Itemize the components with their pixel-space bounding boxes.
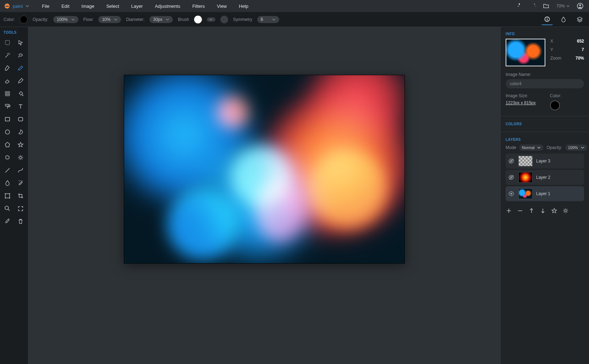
tool-select-rect[interactable]: [2, 37, 13, 48]
svg-point-23: [5, 206, 9, 210]
star-icon: [17, 142, 24, 148]
canvas[interactable]: [124, 75, 404, 263]
svg-rect-14: [5, 117, 10, 121]
tool-smudge[interactable]: [15, 178, 26, 188]
tool-magic-wand[interactable]: [2, 50, 13, 61]
trash-icon: [17, 218, 24, 225]
gear-icon: [17, 154, 24, 161]
flow-dropdown[interactable]: 10%: [98, 16, 121, 23]
menu-filters[interactable]: Filters: [187, 2, 210, 10]
diameter-value: 30px: [153, 17, 162, 22]
move-icon: [17, 39, 24, 46]
tool-crop[interactable]: [15, 191, 26, 201]
menu-edit[interactable]: Edit: [56, 2, 74, 10]
redo-button[interactable]: [528, 1, 539, 11]
menu-select[interactable]: Select: [101, 2, 124, 10]
tool-rounded-rect[interactable]: [15, 114, 26, 125]
colors-section-title[interactable]: COLORS: [506, 122, 584, 126]
brush-icon: [17, 65, 24, 71]
layer-favorite-button[interactable]: [551, 208, 557, 214]
tool-blur[interactable]: [2, 178, 13, 188]
account-button[interactable]: [575, 1, 585, 11]
blend-mode-dropdown[interactable]: Normal: [519, 144, 544, 151]
zoom-dropdown[interactable]: 70%: [554, 3, 573, 9]
curve-icon: [17, 167, 24, 173]
current-color-swatch[interactable]: [550, 100, 560, 110]
tool-move[interactable]: [15, 37, 26, 48]
tool-pen[interactable]: [2, 63, 13, 73]
tool-ellipse[interactable]: [2, 127, 13, 137]
app-dropdown-button[interactable]: [26, 5, 29, 7]
tool-star[interactable]: [15, 139, 26, 150]
info-zoom-label: Zoom: [550, 56, 576, 61]
layer-delete-button[interactable]: [517, 208, 523, 214]
chevron-down-icon: [566, 5, 570, 7]
blend-mode-value: Normal: [522, 145, 534, 150]
tool-curve[interactable]: [15, 165, 26, 176]
layer-row[interactable]: Layer 3: [506, 154, 584, 169]
tool-pencil[interactable]: [15, 76, 26, 86]
menu-layer[interactable]: Layer: [126, 2, 148, 10]
layer-visibility-toggle[interactable]: [508, 158, 515, 164]
svg-point-17: [20, 156, 22, 159]
image-name-label: Image Name:: [506, 72, 584, 77]
layer-opacity-value: 100%: [568, 145, 578, 150]
panel-color-tab[interactable]: [558, 14, 569, 25]
polygon-icon: [4, 142, 11, 148]
layer-row[interactable]: Layer 2: [506, 170, 584, 185]
tool-rect-shape[interactable]: [2, 114, 13, 125]
undo-button[interactable]: [515, 1, 526, 11]
tool-eraser[interactable]: [2, 76, 13, 86]
layer-visibility-toggle[interactable]: [508, 191, 515, 197]
diameter-dropdown[interactable]: 30px: [149, 16, 173, 23]
layer-add-button[interactable]: [506, 208, 512, 214]
menu-adjustments[interactable]: Adjustments: [150, 2, 185, 10]
chevron-down-icon: [71, 18, 75, 21]
layer-settings-button[interactable]: [562, 208, 569, 214]
layer-move-down-button[interactable]: [540, 208, 546, 214]
svg-rect-12: [5, 92, 10, 96]
brush-dropdown[interactable]: [207, 17, 215, 22]
menu-file[interactable]: File: [37, 2, 54, 10]
tool-pie[interactable]: [15, 127, 26, 137]
chevron-down-icon: [209, 18, 213, 21]
canvas-stage[interactable]: [28, 27, 500, 364]
tool-polygon[interactable]: [2, 139, 13, 150]
layer-visibility-toggle[interactable]: [508, 175, 515, 180]
open-button[interactable]: [541, 1, 551, 11]
tool-trash[interactable]: [15, 216, 26, 227]
image-name-input[interactable]: [506, 79, 584, 88]
panel-layers-tab[interactable]: [574, 14, 585, 25]
tool-paint-roller[interactable]: [2, 101, 13, 112]
tool-eyedropper[interactable]: [2, 216, 13, 227]
tool-lasso[interactable]: [15, 50, 26, 61]
menu-view[interactable]: View: [212, 2, 232, 10]
symmetry-dropdown[interactable]: 6: [257, 16, 279, 23]
symmetry-preview-icon: [220, 16, 228, 23]
menu-help[interactable]: Help: [234, 2, 253, 10]
panel-info-tab[interactable]: [541, 14, 553, 25]
tool-gear[interactable]: [15, 152, 26, 163]
image-size-link[interactable]: 1223px x 815px: [506, 100, 536, 105]
brush-preview-swatch[interactable]: [194, 16, 202, 23]
layer-row[interactable]: Layer 1: [506, 186, 584, 201]
tool-brush[interactable]: [15, 63, 26, 73]
tool-bucket[interactable]: [15, 88, 26, 99]
tool-pattern[interactable]: [2, 88, 13, 99]
opacity-dropdown[interactable]: 100%: [53, 16, 78, 23]
zoom-value: 70%: [556, 4, 565, 9]
layer-opacity-dropdown[interactable]: 100%: [565, 144, 587, 151]
tool-transform[interactable]: [2, 191, 13, 201]
tool-zoom[interactable]: [2, 203, 13, 214]
pencil-icon: [17, 78, 24, 84]
menu-image[interactable]: Image: [77, 2, 99, 10]
tool-blob[interactable]: [2, 152, 13, 163]
foreground-color-swatch[interactable]: [20, 16, 28, 23]
pen-icon: [4, 65, 11, 71]
navigator-thumbnail[interactable]: [506, 39, 545, 66]
tool-line[interactable]: [2, 165, 13, 176]
tool-text[interactable]: [15, 101, 26, 112]
chevron-down-icon: [272, 18, 276, 21]
tool-fullscreen[interactable]: [15, 203, 26, 214]
layer-move-up-button[interactable]: [528, 208, 535, 214]
